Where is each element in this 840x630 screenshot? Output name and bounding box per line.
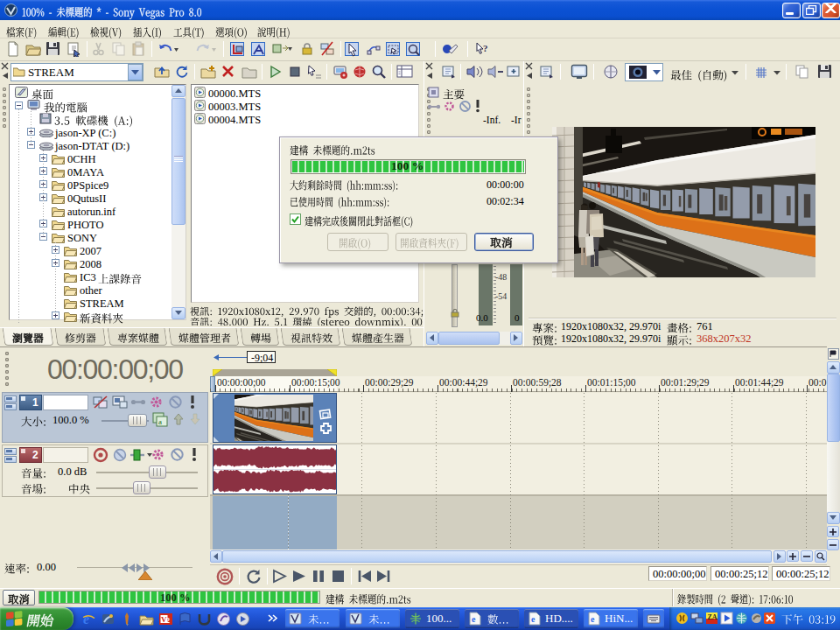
svg-text:e: e — [531, 614, 536, 624]
svg-text:a: a — [158, 417, 162, 426]
svg-text:e: e — [472, 614, 476, 624]
svg-text:e: e — [591, 614, 595, 624]
svg-text:e: e — [83, 612, 89, 626]
svg-text:2: 2 — [166, 617, 170, 625]
svg-text:?: ? — [483, 43, 488, 53]
svg-text:ZA: ZA — [708, 613, 718, 621]
